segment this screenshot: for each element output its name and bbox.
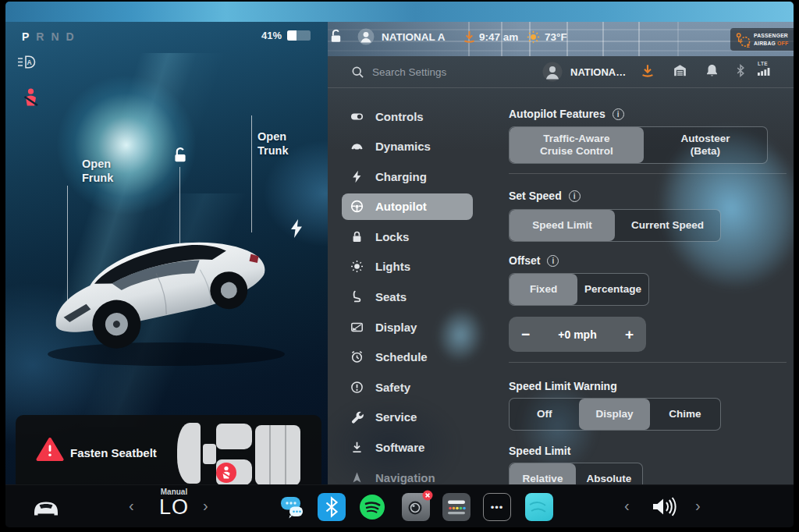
- vehicle-rendering: [35, 195, 297, 378]
- climate-temperature[interactable]: LO: [151, 495, 197, 520]
- warning-triangle-icon: [36, 437, 64, 465]
- software-update-icon[interactable]: [640, 63, 655, 82]
- tesla-touchscreen: A Open Frunk Open Trunk: [5, 2, 794, 527]
- speed-limit-title: Speed Limit: [509, 445, 570, 457]
- profile-button[interactable]: NATIONAL A: [357, 28, 446, 45]
- section-divider: [509, 362, 787, 363]
- sidebar-item-autopilot[interactable]: Autopilot: [342, 193, 473, 220]
- network-type: LTE: [758, 61, 768, 66]
- car-icon: [350, 140, 364, 153]
- dashcam-app-icon[interactable]: [402, 493, 430, 521]
- windshield-glare: [5, 2, 794, 22]
- volume-icon[interactable]: [650, 495, 678, 521]
- offset-value: +0 mph: [558, 328, 596, 341]
- sidebar-item-charging[interactable]: Charging: [342, 163, 507, 190]
- speed-limit-warning-segment: Off Display Chime: [509, 398, 721, 431]
- sidebar-item-schedule[interactable]: Schedule: [342, 344, 507, 371]
- header-divider: [328, 87, 794, 88]
- vehicle-controls-button[interactable]: [30, 495, 62, 522]
- toggle-icon: [350, 110, 364, 123]
- ellipsis-icon: •••: [484, 494, 510, 520]
- notifications-bell-icon[interactable]: [705, 63, 719, 81]
- volume-up-chevron[interactable]: ›: [695, 497, 701, 515]
- svg-text:A: A: [27, 59, 32, 66]
- sidebar-item-display[interactable]: Display: [342, 314, 507, 340]
- autopilot-features-title: Autopilot Features i: [509, 108, 624, 120]
- sun-icon: [527, 30, 540, 47]
- sidebar-item-seats[interactable]: Seats: [342, 284, 507, 310]
- battery-percent: 41%: [261, 30, 282, 41]
- light-icon: [350, 260, 364, 273]
- volume-down-chevron[interactable]: ‹: [624, 497, 630, 515]
- sidebar-item-locks[interactable]: Locks: [342, 223, 507, 250]
- sidebar-item-software[interactable]: Software: [342, 434, 507, 461]
- decrease-button[interactable]: −: [521, 327, 530, 342]
- sidebar-item-dynamics[interactable]: Dynamics: [342, 133, 507, 160]
- profile-name: NATIONAL A: [382, 31, 446, 43]
- section-divider: [509, 173, 787, 174]
- set-speed-title: Set Speed i: [509, 190, 581, 202]
- sidebar-item-safety[interactable]: Safety: [342, 374, 507, 400]
- option-absolute[interactable]: Absolute: [576, 463, 642, 484]
- display-icon: [350, 321, 364, 334]
- battery-status: 41%: [261, 30, 311, 41]
- info-icon[interactable]: i: [547, 255, 559, 267]
- zoom-app-icon[interactable]: [525, 493, 553, 521]
- increase-button[interactable]: +: [625, 327, 634, 342]
- autopilot-features-segment: Traffic-Aware Cruise Control Autosteer (…: [509, 126, 768, 164]
- option-off[interactable]: Off: [510, 399, 579, 430]
- option-chime[interactable]: Chime: [650, 399, 720, 430]
- taskbar: ‹ Manual LO ›: [5, 484, 794, 527]
- download-icon: [350, 441, 364, 454]
- profile-icon: [357, 28, 375, 45]
- open-frunk-button[interactable]: Open Frunk: [82, 157, 113, 185]
- passenger-airbag-badge: 2 PASSENGER AIRBAG OFF: [730, 28, 794, 51]
- option-relative[interactable]: Relative: [510, 463, 576, 484]
- more-apps-button[interactable]: •••: [483, 493, 511, 521]
- set-speed-segment: Speed Limit Current Speed: [509, 209, 721, 242]
- search-icon: [351, 66, 364, 82]
- sidebar-item-controls[interactable]: Controls: [342, 103, 507, 129]
- error-badge-icon: [422, 490, 433, 501]
- offset-segment: Fixed Percentage: [509, 273, 649, 306]
- spotify-app-icon[interactable]: [358, 493, 386, 521]
- gear-d: D: [66, 30, 74, 43]
- homelink-icon[interactable]: [673, 63, 687, 81]
- update-download-icon[interactable]: [462, 30, 477, 48]
- bluetooth-status-icon[interactable]: [734, 64, 747, 80]
- temp-up-chevron[interactable]: ›: [203, 497, 208, 515]
- option-percentage[interactable]: Percentage: [577, 274, 648, 305]
- info-icon[interactable]: i: [569, 190, 581, 202]
- battery-icon: [287, 30, 311, 41]
- seatbelt-warning-icon: [21, 87, 41, 113]
- option-current-speed[interactable]: Current Speed: [615, 210, 720, 241]
- outside-temperature[interactable]: 73°F: [545, 31, 567, 43]
- auto-headlight-icon: A: [17, 55, 38, 73]
- option-fixed[interactable]: Fixed: [510, 274, 577, 305]
- gear-p: P: [22, 30, 29, 43]
- search-input[interactable]: Search Settings: [372, 66, 446, 78]
- messages-app-icon[interactable]: [278, 493, 306, 521]
- seatbelt-warning-card: Fasten Seatbelt: [16, 415, 321, 484]
- sidebar-item-service[interactable]: Service: [342, 404, 507, 431]
- sidebar-item-lights[interactable]: Lights: [342, 254, 507, 280]
- unlock-icon[interactable]: [172, 147, 189, 167]
- option-display[interactable]: Display: [579, 399, 649, 430]
- lock-status-button[interactable]: [328, 29, 343, 47]
- option-tacc[interactable]: Traffic-Aware Cruise Control: [510, 127, 644, 163]
- temp-down-chevron[interactable]: ‹: [129, 497, 134, 515]
- speed-limit-warning-title: Speed Limit Warning: [509, 380, 617, 392]
- open-trunk-button[interactable]: Open Trunk: [257, 129, 288, 158]
- tuner-app-icon[interactable]: [442, 493, 471, 521]
- sidebar-item-navigation[interactable]: Navigation: [342, 464, 507, 484]
- option-speed-limit[interactable]: Speed Limit: [510, 210, 615, 241]
- header-profile-name: NATIONA…: [570, 66, 626, 78]
- header-profile-button[interactable]: NATIONA…: [542, 62, 626, 82]
- bluetooth-app-icon[interactable]: [318, 493, 346, 521]
- clock: 9:47 am: [479, 31, 518, 43]
- settings-sidebar: Controls Dynamics Charging Autopilot Loc…: [342, 103, 507, 484]
- bolt-icon: [350, 170, 364, 183]
- offset-stepper: − +0 mph +: [509, 317, 646, 352]
- info-icon[interactable]: i: [613, 108, 624, 120]
- option-autosteer[interactable]: Autosteer (Beta): [644, 127, 767, 163]
